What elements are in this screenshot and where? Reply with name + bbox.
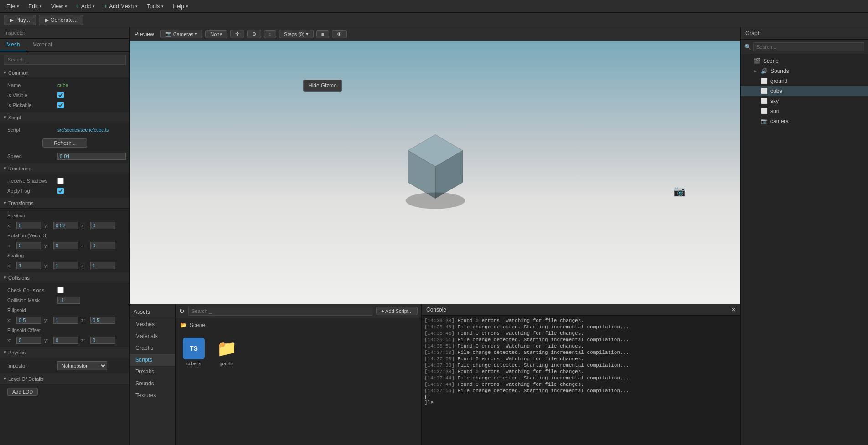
section-collisions[interactable]: ▾ Collisions [0,272,129,283]
console-content[interactable]: [14:36:38] Found 0 errors. Watching for … [422,316,740,445]
menu-add[interactable]: + Add ▾ [72,2,99,10]
assets-title: Assets [130,306,175,318]
ellipsoid-offset-y-input[interactable] [53,337,78,344]
section-transforms[interactable]: ▾ Transforms [0,198,129,209]
menu-add-mesh[interactable]: + Add Mesh ▾ [99,2,142,10]
asset-item-cubets[interactable]: TS cube.ts [180,335,207,369]
refresh-button[interactable]: Refresh... [42,138,87,148]
tree-item-scene[interactable]: 🎬Scene [741,56,868,66]
section-collisions-content: Check Collisions Collision Mask Ellipsoi… [0,283,129,347]
tree-icon-sun: ⬜ [761,108,768,114]
is-visible-checkbox[interactable] [57,92,64,98]
assets-nav-prefabs[interactable]: Prefabs [130,366,175,378]
camera-small-icon: 📷 [165,31,172,37]
menu-help[interactable]: Help ▾ [168,2,193,10]
assets-nav-meshes[interactable]: Meshes [130,318,175,330]
assets-nav-materials[interactable]: Materials [130,330,175,342]
ellipsoid-x-input[interactable] [16,317,41,324]
scale-icon-button[interactable]: ↕ [264,30,277,38]
menu-bar: File ▾ Edit ▾ View ▾ + Add ▾ + Add Mesh … [0,0,868,13]
tab-mesh[interactable]: Mesh [0,39,26,51]
prop-shadows-row: Receive Shadows [0,176,129,186]
console-close-icon[interactable]: ✕ [731,307,736,313]
section-lod[interactable]: ▾ Level Of Details [0,373,129,384]
tree-item-ground[interactable]: ⬜ground [741,76,868,86]
impostor-select[interactable]: NoImpostor SphereImpostor BoxImpostor [57,361,107,370]
shadows-label: Receive Shadows [7,178,57,184]
tree-item-cube[interactable]: ⬜cube [741,86,868,96]
tree-item-sky[interactable]: ⬜sky [741,96,868,106]
tree-icon-sky: ⬜ [761,98,768,104]
inspector-search-input[interactable] [4,55,126,65]
menu-edit[interactable]: Edit ▾ [24,2,46,10]
ellipsoid-z-input[interactable] [90,317,115,324]
tab-material[interactable]: Material [26,39,58,51]
section-common[interactable]: ▾ Common [0,67,129,78]
generate-button[interactable]: ▶ Generate... [39,15,83,25]
section-lod-label: Level Of Details [8,376,44,382]
section-physics-content: Impostor NoImpostor SphereImpostor BoxIm… [0,358,129,373]
refresh-assets-icon[interactable]: ↻ [179,307,185,315]
is-pickable-checkbox[interactable] [57,102,64,108]
ellipsoid-offset-z-input[interactable] [90,337,115,344]
grid-button[interactable]: ≡ [316,30,329,38]
steps-button[interactable]: Steps (0) ▾ [279,30,314,38]
prop-visible-row: Is Visible [0,90,129,100]
console-timestamp: [14:36:38] [424,318,455,323]
asset-item-graphs[interactable]: 📁 graphs [213,335,240,369]
assets-nav-graphs[interactable]: Graphs [130,342,175,354]
rotate-icon-button[interactable]: ⊕ [247,30,261,38]
rotation-x-input[interactable] [16,242,41,249]
speed-input[interactable] [57,153,126,160]
add-lod-button[interactable]: Add LOD [7,388,38,396]
scaling-y-input[interactable] [53,262,78,269]
console-msg: Found 0 errors. Watching for file change… [455,331,584,336]
ellipsoid-y-input[interactable] [53,317,78,324]
prop-impostor-row: Impostor NoImpostor SphereImpostor BoxIm… [0,360,129,372]
assets-nav-scripts[interactable]: Scripts [130,354,175,366]
section-rendering[interactable]: ▾ Rendering [0,163,129,174]
menu-tools[interactable]: Tools ▾ [142,2,168,10]
menu-file[interactable]: File ▾ [2,2,24,10]
play-button[interactable]: ▶ Play... [4,15,36,25]
receive-shadows-checkbox[interactable] [57,178,64,184]
section-script[interactable]: ▾ Script [0,112,129,123]
console-timestamp: [14:36:51] [424,343,455,349]
tree-item-sounds[interactable]: ▶🔊Sounds [741,66,868,76]
menu-file-label: File [6,3,15,10]
scaling-x-input[interactable] [16,262,41,269]
tree-item-camera[interactable]: 📷camera [741,116,868,126]
check-collisions-checkbox[interactable] [57,287,64,293]
menu-help-arrow: ▾ [186,4,188,9]
ellipsoid-offset-label: Ellipsoid Offset [7,327,57,333]
assets-nav-textures[interactable]: Textures [130,389,175,401]
ellipsoid-offset-x-input[interactable] [16,337,41,344]
collision-mask-input[interactable] [57,297,80,304]
section-rendering-label: Rendering [8,166,31,171]
position-y-input[interactable] [53,222,78,229]
rotation-y-input[interactable] [53,242,78,249]
script-value: src/scenes/scene/cube.ts [57,128,126,133]
position-z-input[interactable] [90,222,115,229]
script-label: Script [7,127,57,133]
main-layout: Inspector Mesh Material ▾ Common Name cu… [0,27,868,445]
bottom-center: Assets Meshes Materials Graphs Scripts P… [130,304,740,445]
assets-search-input[interactable] [188,307,372,316]
menu-view[interactable]: View ▾ [46,2,72,10]
assets-nav-sounds[interactable]: Sounds [130,378,175,389]
apply-fog-checkbox[interactable] [57,188,64,194]
add-script-button[interactable]: + Add Script... [376,307,418,315]
none-button[interactable]: None [205,30,227,38]
position-x-input[interactable] [16,222,41,229]
section-physics[interactable]: ▾ Physics [0,347,129,358]
cameras-button[interactable]: 📷 Cameras ▾ [160,30,203,38]
assets-main: ↻ + Add Script... 📂 Scene TS cube.ts [176,304,421,445]
graph-search-input[interactable] [753,42,864,51]
preview-viewport[interactable]: Hide Gizmo 📷 [130,41,740,304]
ell-off-x-label: x: [7,338,14,343]
eye-button[interactable]: 👁 [332,30,347,38]
rotation-z-input[interactable] [90,242,115,249]
move-icon-button[interactable]: ✛ [230,30,244,38]
scaling-z-input[interactable] [90,262,115,269]
tree-item-sun[interactable]: ⬜sun [741,106,868,116]
